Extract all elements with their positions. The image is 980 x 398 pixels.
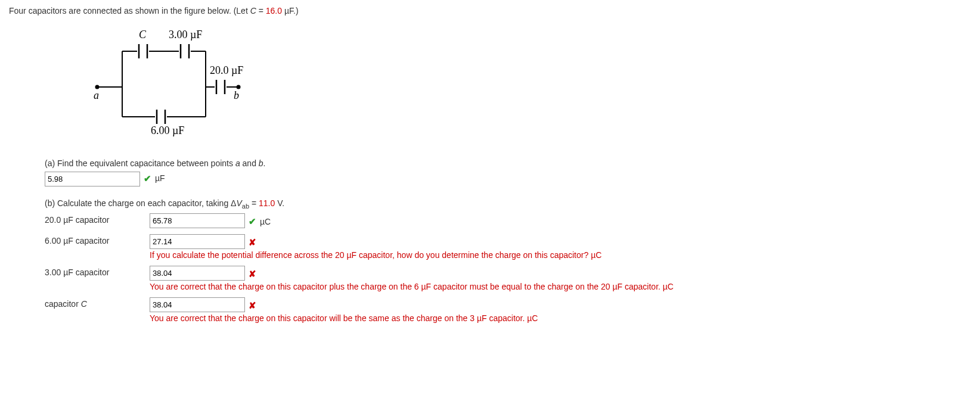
svg-point-20 <box>237 85 241 89</box>
part-a-unit: µF <box>155 172 165 183</box>
part-b-var: V <box>236 198 241 208</box>
check-icon: ✔ <box>249 214 256 227</box>
part-a-and: and <box>240 158 259 168</box>
svg-point-19 <box>95 85 100 89</box>
problem-intro-before: Four capacitors are connected as shown i… <box>9 6 250 15</box>
label-c-before: capacitor <box>45 299 81 309</box>
figure-label-a: a <box>94 89 99 102</box>
problem-intro-mid: = <box>256 6 266 15</box>
part-b-section: (b) Calculate the charge on each capacit… <box>45 198 971 323</box>
part-b-after: V. <box>275 198 284 208</box>
label-c-var: C <box>81 299 87 309</box>
feedback-3uf: You are correct that the charge on this … <box>150 282 674 291</box>
figure-label-20uf: 20.0 µF <box>210 64 243 77</box>
part-a-prompt: (a) Find the equivalent capacitance betw… <box>45 158 971 168</box>
answer-row-c: capacitor C ✘ You are correct that the c… <box>45 297 971 323</box>
label-capacitor-c: capacitor C <box>45 297 146 309</box>
check-icon: ✔ <box>144 172 151 184</box>
part-b-prompt: (b) Calculate the charge on each capacit… <box>45 198 971 210</box>
problem-var-c: C <box>250 6 256 15</box>
input-20uf[interactable] <box>150 213 245 228</box>
input-3uf[interactable] <box>150 266 245 281</box>
answer-row-20uf: 20.0 µF capacitor ✔ µC <box>45 213 971 228</box>
input-6uf[interactable] <box>150 234 245 249</box>
figure-label-c: C <box>139 29 146 41</box>
figure-label-b: b <box>234 89 239 102</box>
answer-row-3uf: 3.00 µF capacitor ✘ You are correct that… <box>45 266 971 291</box>
x-icon: ✘ <box>249 235 256 248</box>
part-a-text-before: (a) Find the equivalent capacitance betw… <box>45 158 235 168</box>
part-a-input[interactable] <box>45 172 140 186</box>
part-a-after: . <box>263 158 266 168</box>
answer-row-6uf: 6.00 µF capacitor ✘ If you calculate the… <box>45 234 971 260</box>
unit-20uf: µC <box>260 215 271 226</box>
label-20uf: 20.0 µF capacitor <box>45 213 146 225</box>
feedback-c: You are correct that the charge on this … <box>150 313 538 323</box>
problem-statement: Four capacitors are connected as shown i… <box>9 6 971 15</box>
part-a-section: (a) Find the equivalent capacitance betw… <box>45 158 971 186</box>
part-a-b: b <box>259 158 263 168</box>
input-capacitor-c[interactable] <box>150 297 245 312</box>
label-3uf: 3.00 µF capacitor <box>45 266 146 277</box>
x-icon: ✘ <box>249 267 256 279</box>
feedback-6uf: If you calculate the potential differenc… <box>150 250 601 260</box>
part-a-a: a <box>235 158 240 168</box>
part-b-sub: ab <box>242 203 249 210</box>
part-b-mid: = <box>249 198 259 208</box>
figure-label-6uf: 6.00 µF <box>151 125 184 137</box>
part-b-value: 11.0 <box>259 198 275 208</box>
problem-intro-after: µF.) <box>282 6 299 15</box>
circuit-figure: C 3.00 µF 20.0 µF 6.00 µF a b <box>92 27 259 147</box>
part-b-before: (b) Calculate the charge on each capacit… <box>45 198 236 208</box>
figure-label-3uf: 3.00 µF <box>169 29 202 41</box>
x-icon: ✘ <box>249 298 256 311</box>
problem-c-value: 16.0 <box>266 6 282 15</box>
label-6uf: 6.00 µF capacitor <box>45 234 146 245</box>
